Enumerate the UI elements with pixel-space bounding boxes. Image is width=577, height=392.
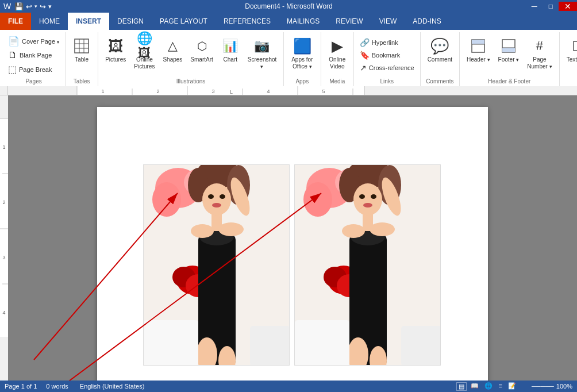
page-indicator: Page 1 of 1 [5, 383, 37, 390]
header-btn[interactable]: Header ▾ [463, 34, 494, 75]
undo-dropdown-btn[interactable]: ▾ [34, 3, 37, 9]
svg-rect-94 [401, 326, 441, 366]
svg-point-60 [191, 224, 214, 238]
svg-point-87 [370, 222, 395, 236]
tables-group: Table Tables [66, 32, 98, 86]
svg-text:4: 4 [2, 310, 5, 316]
tab-addins[interactable]: ADD-INS [405, 13, 449, 30]
document-image-1[interactable] [143, 164, 290, 366]
zoom-level: 100% [556, 383, 572, 390]
hyperlink-btn[interactable]: 🔗 Hyperlink [357, 37, 417, 48]
svg-text:L: L [230, 89, 233, 95]
apps-for-office-btn[interactable]: 🟦 Apps forOffice ▾ [287, 34, 317, 75]
save-qat-btn[interactable]: 💾 [14, 2, 24, 11]
page-number-btn[interactable]: # PageNumber ▾ [524, 34, 555, 75]
tab-file[interactable]: FILE [0, 13, 31, 30]
svg-point-63 [202, 183, 231, 216]
svg-point-66 [212, 203, 221, 207]
pictures-btn[interactable]: 🖼 Pictures [102, 34, 129, 75]
quick-access-toolbar: 💾 ↩ ▾ ↪ ▾ [14, 2, 52, 11]
media-group: ▶ OnlineVideo Media [321, 32, 354, 86]
header-footer-group-label: Header & Footer [488, 77, 530, 86]
tab-view[interactable]: VIEW [371, 13, 405, 30]
cross-reference-btn[interactable]: ↗ Cross-reference [357, 62, 417, 74]
main-area: 1 2 3 4 [0, 95, 577, 381]
svg-rect-0 [75, 39, 89, 53]
svg-rect-29 [0, 118, 8, 337]
svg-rect-28 [0, 95, 8, 118]
ruler: 1 2 3 4 5 L [0, 86, 577, 95]
tables-group-label: Tables [74, 77, 90, 86]
bookmark-btn[interactable]: 🔖 Bookmark [357, 49, 417, 61]
comment-btn[interactable]: 💬 Comment [424, 34, 456, 75]
full-reading-btn[interactable]: 📖 [469, 382, 480, 391]
svg-point-86 [342, 224, 365, 238]
tab-references[interactable]: REFERENCES [216, 13, 279, 30]
shapes-btn[interactable]: △ Shapes [159, 34, 186, 75]
undo-qat-btn[interactable]: ↩ [26, 2, 32, 11]
svg-rect-30 [0, 337, 8, 381]
svg-rect-9 [502, 48, 515, 52]
app-icon: W [0, 1, 14, 12]
svg-point-91 [371, 194, 376, 199]
draft-btn[interactable]: 📝 [506, 382, 518, 391]
horizontal-ruler: 1 2 3 4 5 L [8, 86, 577, 95]
svg-rect-93 [295, 320, 349, 366]
close-btn[interactable]: ✕ [559, 2, 577, 11]
links-group: 🔗 Hyperlink 🔖 Bookmark ↗ Cross-reference… [354, 32, 421, 86]
footer-btn[interactable]: Footer ▾ [495, 34, 523, 75]
print-layout-btn[interactable]: ▤ [456, 382, 467, 391]
web-layout-btn[interactable]: 🌐 [483, 382, 494, 391]
document-area [8, 95, 577, 381]
online-video-btn[interactable]: ▶ OnlineVideo [325, 34, 350, 75]
illustrations-group-label: Illustrations [176, 77, 206, 86]
svg-text:2: 2 [2, 199, 5, 205]
chart-btn[interactable]: 📊 Chart [218, 34, 243, 75]
zoom-slider[interactable]: ───── 100% [532, 383, 572, 390]
tab-mailings[interactable]: MAILINGS [279, 13, 328, 30]
maximize-btn[interactable]: □ [543, 2, 559, 10]
svg-text:1: 1 [101, 89, 104, 94]
smartart-btn[interactable]: ⬡ SmartArt [187, 34, 216, 75]
document-image-2[interactable] [294, 164, 441, 366]
pages-group-label: Pages [25, 77, 41, 86]
ribbon-tab-bar: FILE HOME INSERT DESIGN PAGE LAYOUT REFE… [0, 13, 577, 30]
svg-text:3: 3 [211, 89, 214, 94]
cover-page-btn[interactable]: 📄 Cover Page ▾ [6, 34, 61, 48]
images-container [143, 164, 476, 366]
comments-group-label: Comments [426, 77, 453, 86]
tab-insert[interactable]: INSERT [68, 13, 109, 30]
redo-qat-btn[interactable]: ↪ [40, 2, 46, 11]
language: English (United States) [80, 383, 145, 390]
minimize-btn[interactable]: ─ [526, 2, 543, 11]
online-pictures-btn[interactable]: 🌐🖼 OnlinePictures [130, 34, 158, 75]
text-group: A Text Box ▾ ⬙ Quick Parts ▾ Text [560, 32, 577, 86]
document-page [97, 107, 488, 381]
text-box-btn[interactable]: A Text Box ▾ [563, 34, 577, 75]
tab-design[interactable]: DESIGN [109, 13, 152, 30]
screenshot-btn[interactable]: 📷 Screenshot▾ [244, 34, 280, 75]
vertical-ruler: 1 2 3 4 [0, 95, 8, 381]
svg-text:4: 4 [267, 89, 270, 94]
blank-page-btn[interactable]: 🗋 Blank Page [6, 49, 54, 62]
svg-point-92 [363, 203, 372, 207]
svg-text:2: 2 [156, 89, 159, 94]
svg-rect-14 [77, 86, 364, 95]
tab-home[interactable]: HOME [31, 13, 68, 30]
title-bar: Document4 - Microsoft Word [52, 2, 526, 10]
media-group-label: Media [329, 77, 345, 86]
links-group-label: Links [380, 77, 394, 86]
svg-text:3: 3 [2, 255, 5, 260]
word-count: 0 words [46, 383, 68, 390]
table-btn[interactable]: Table [69, 34, 94, 75]
svg-point-90 [359, 194, 365, 199]
ruler-corner [0, 86, 8, 95]
tab-review[interactable]: REVIEW [328, 13, 371, 30]
svg-rect-11 [574, 41, 577, 51]
tab-page-layout[interactable]: PAGE LAYOUT [152, 13, 216, 30]
svg-rect-67 [144, 320, 198, 366]
status-bar: Page 1 of 1 0 words English (United Stat… [0, 381, 577, 392]
svg-point-72 [303, 182, 332, 217]
outline-btn[interactable]: ≡ [497, 382, 503, 391]
page-break-btn[interactable]: ⬚ Page Break [6, 63, 54, 76]
